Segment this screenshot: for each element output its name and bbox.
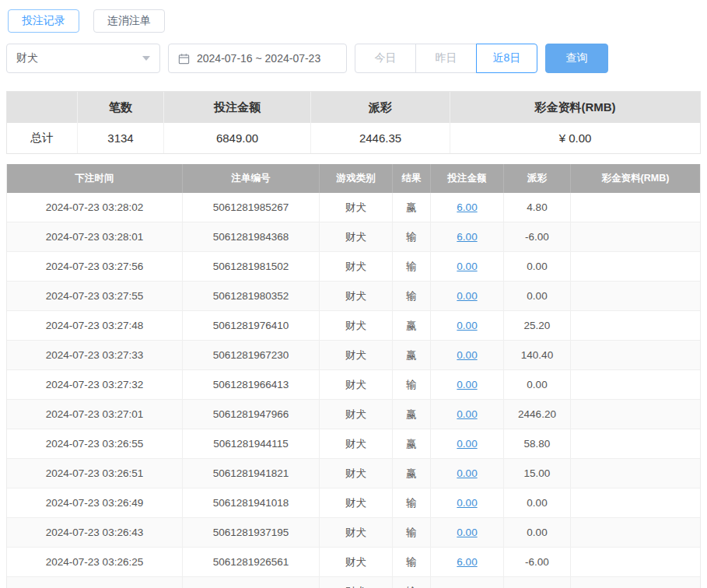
- date-range-value: 2024-07-16 ~ 2024-07-23: [197, 52, 320, 65]
- cell-payout: 0.00: [504, 488, 571, 517]
- cell-payout: 0.00: [504, 518, 571, 547]
- summary-total-amount: 6849.00: [164, 123, 311, 153]
- bet-amount-link[interactable]: 6.00: [457, 556, 477, 568]
- quick-last8days-button[interactable]: 近8日: [476, 44, 537, 73]
- cell-bet-id: 5061281944115: [183, 429, 320, 458]
- cell-bet-id: 5061281966413: [183, 370, 320, 399]
- cell-bet-time: 2024-07-23 03:26:55: [7, 429, 183, 458]
- summary-total-payout: 2446.35: [311, 123, 450, 153]
- cell-payout: 2446.20: [504, 400, 571, 429]
- cell-bet-time: 2024-07-23 03:26:25: [7, 548, 183, 576]
- cell-result: 赢: [393, 459, 431, 488]
- bet-amount-link[interactable]: 0.00: [457, 527, 477, 538]
- cell-bonus: [571, 252, 700, 281]
- cell-bet-time: 2024-07-23 03:27:33: [7, 341, 183, 369]
- cell-result: 赢: [393, 193, 431, 222]
- table-row: 2024-07-23 03:27:55 5061281980352 财犬 输 0…: [7, 282, 700, 311]
- bet-amount-link[interactable]: 0.00: [457, 497, 477, 509]
- col-header-result: 结果: [393, 164, 431, 193]
- summary-header-row: 笔数 投注金额 派彩 彩金资料(RMB): [7, 92, 700, 123]
- cell-bet-id: 5061281941018: [183, 488, 320, 517]
- cell-bonus: [571, 400, 700, 429]
- cell-payout: 15.00: [504, 459, 571, 488]
- quick-today-button[interactable]: 今日: [355, 44, 416, 73]
- cell-result: 输: [393, 222, 431, 251]
- game-select[interactable]: 财犬: [6, 44, 160, 73]
- table-row: 2024-07-23 03:26:49 5061281941018 财犬 输 0…: [7, 488, 700, 518]
- col-header-amount: 投注金额: [431, 164, 504, 193]
- cell-bonus: [571, 488, 700, 517]
- table-row: 2024-07-23 03:26:55 5061281944115 财犬 赢 0…: [7, 429, 700, 459]
- cell-bet-id: 5061281926561: [183, 548, 320, 576]
- bet-amount-link[interactable]: 0.00: [457, 261, 477, 272]
- cell-payout: -6.00: [504, 548, 571, 576]
- search-button[interactable]: 查询: [545, 44, 608, 73]
- summary-table: 笔数 投注金额 派彩 彩金资料(RMB) 总计 3134 6849.00 244…: [6, 91, 701, 154]
- cell-game-type: 财犬: [320, 370, 393, 399]
- table-row: 2024-07-23 03:27:32 5061281966413 财犬 输 0…: [7, 370, 700, 400]
- table-row: 2024-07-23 03:27:33 5061281967230 财犬 赢 0…: [7, 341, 700, 370]
- cell-payout: 0.00: [504, 252, 571, 281]
- table-row: 2024-07-23 03:26:24 5061281925717 财犬 输 6…: [7, 577, 700, 588]
- cell-game-type: 财犬: [320, 282, 393, 310]
- summary-header-payout: 派彩: [311, 92, 450, 123]
- cell-bet-time: 2024-07-23 03:26:49: [7, 488, 183, 517]
- bet-amount-link[interactable]: 6.00: [457, 201, 477, 213]
- col-header-game-type: 游戏类别: [320, 164, 393, 193]
- bet-table: 下注时间 注单编号 游戏类别 结果 投注金额 派彩 彩金资料(RMB) 2024…: [6, 164, 701, 588]
- cell-game-type: 财犬: [320, 459, 393, 488]
- cell-result: 输: [393, 488, 431, 517]
- cell-payout: 0.00: [504, 282, 571, 310]
- bet-amount-link[interactable]: 0.00: [457, 320, 477, 331]
- cell-result: 输: [393, 282, 431, 310]
- cell-payout: -6.00: [504, 222, 571, 251]
- summary-header-amount: 投注金额: [164, 92, 311, 123]
- table-row: 2024-07-23 03:27:01 5061281947966 财犬 赢 0…: [7, 400, 700, 429]
- cell-bonus: [571, 311, 700, 340]
- bet-amount-link[interactable]: 0.00: [457, 408, 477, 420]
- table-row: 2024-07-23 03:26:25 5061281926561 财犬 输 6…: [7, 548, 700, 577]
- date-range-picker[interactable]: 2024-07-16 ~ 2024-07-23: [168, 44, 347, 73]
- filter-bar: 财犬 2024-07-16 ~ 2024-07-23 今日 昨日 近8日 查询: [6, 44, 701, 73]
- chevron-down-icon: [142, 56, 150, 61]
- cell-bonus: [571, 282, 700, 310]
- cell-bonus: [571, 370, 700, 399]
- bet-table-header: 下注时间 注单编号 游戏类别 结果 投注金额 派彩 彩金资料(RMB): [7, 164, 700, 193]
- cell-bonus: [571, 341, 700, 369]
- cell-game-type: 财犬: [320, 341, 393, 369]
- cell-bet-time: 2024-07-23 03:27:32: [7, 370, 183, 399]
- cell-game-type: 财犬: [320, 577, 393, 588]
- cell-bet-time: 2024-07-23 03:27:56: [7, 252, 183, 281]
- tab-cancelled-bets[interactable]: 连消注单: [93, 9, 165, 33]
- bet-amount-link[interactable]: 0.00: [457, 438, 477, 450]
- cell-bonus: [571, 518, 700, 547]
- table-row: 2024-07-23 03:27:56 5061281981502 财犬 输 0…: [7, 252, 700, 282]
- cell-bet-id: 5061281976410: [183, 311, 320, 340]
- cell-bet-time: 2024-07-23 03:27:48: [7, 311, 183, 340]
- table-row: 2024-07-23 03:28:01 5061281984368 财犬 输 6…: [7, 222, 700, 252]
- cell-result: 输: [393, 370, 431, 399]
- game-select-value: 财犬: [16, 51, 38, 65]
- cell-bet-time: 2024-07-23 03:26:43: [7, 518, 183, 547]
- cell-game-type: 财犬: [320, 311, 393, 340]
- bet-amount-link[interactable]: 0.00: [457, 290, 477, 302]
- tab-bet-records[interactable]: 投注记录: [8, 9, 79, 33]
- bet-amount-link[interactable]: 0.00: [457, 349, 477, 361]
- col-header-time: 下注时间: [7, 164, 183, 193]
- col-header-bet-id: 注单编号: [183, 164, 320, 193]
- bet-amount-link[interactable]: 0.00: [457, 467, 477, 479]
- cell-game-type: 财犬: [320, 252, 393, 281]
- cell-result: 输: [393, 548, 431, 576]
- cell-result: 输: [393, 577, 431, 588]
- cell-result: 输: [393, 252, 431, 281]
- summary-header-count: 笔数: [78, 92, 164, 123]
- cell-payout: 25.20: [504, 311, 571, 340]
- calendar-icon: [178, 53, 190, 65]
- quick-yesterday-button[interactable]: 昨日: [415, 44, 477, 73]
- bet-amount-link[interactable]: 0.00: [457, 379, 477, 390]
- cell-bet-time: 2024-07-23 03:27:55: [7, 282, 183, 310]
- cell-payout: 4.80: [504, 193, 571, 222]
- col-header-payout: 派彩: [504, 164, 571, 193]
- cell-payout: 58.80: [504, 429, 571, 458]
- bet-amount-link[interactable]: 6.00: [457, 231, 477, 243]
